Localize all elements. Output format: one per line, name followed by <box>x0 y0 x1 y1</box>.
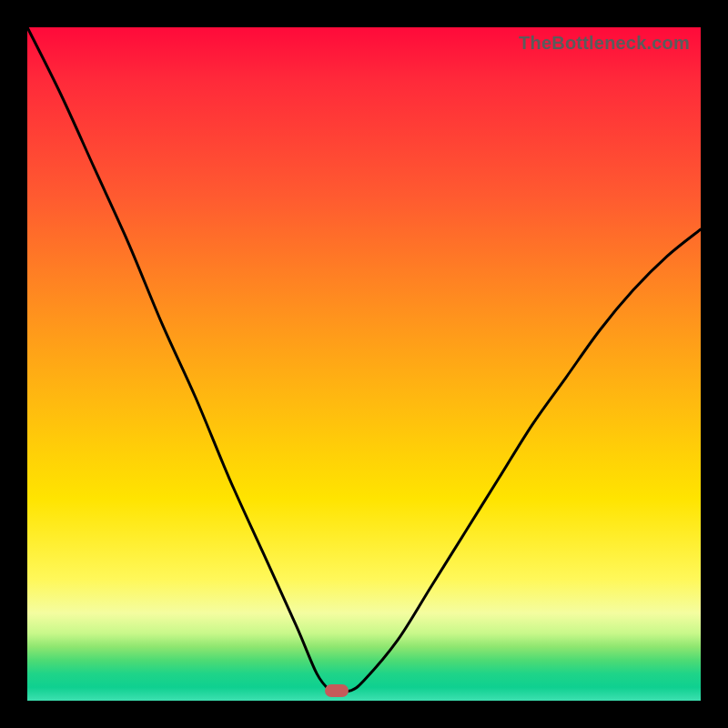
valley-marker <box>325 684 349 697</box>
chart-frame: TheBottleneck.com <box>0 0 728 728</box>
bottleneck-curve <box>27 27 701 701</box>
curve-path <box>27 27 701 692</box>
plot-area: TheBottleneck.com <box>27 27 701 701</box>
